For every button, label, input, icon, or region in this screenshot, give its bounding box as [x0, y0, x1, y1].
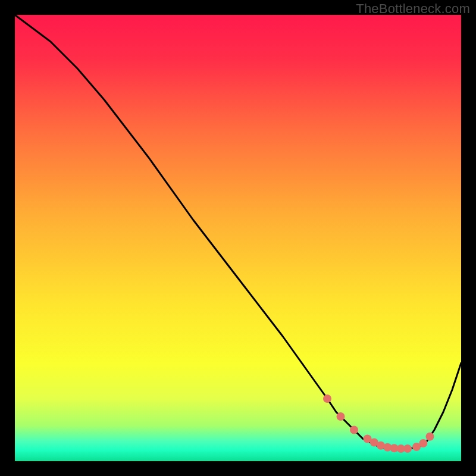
- marker-dot: [419, 439, 427, 447]
- plot-area: [15, 15, 461, 461]
- marker-dot: [426, 433, 434, 441]
- plot-svg: [15, 15, 461, 461]
- marker-dot: [337, 412, 345, 421]
- marker-dot: [323, 394, 331, 403]
- watermark-text: TheBottleneck.com: [356, 1, 470, 17]
- marker-dot: [350, 426, 358, 434]
- chart-frame: TheBottleneck.com: [0, 0, 476, 476]
- marker-dot: [403, 444, 412, 453]
- gradient-background: [15, 15, 461, 461]
